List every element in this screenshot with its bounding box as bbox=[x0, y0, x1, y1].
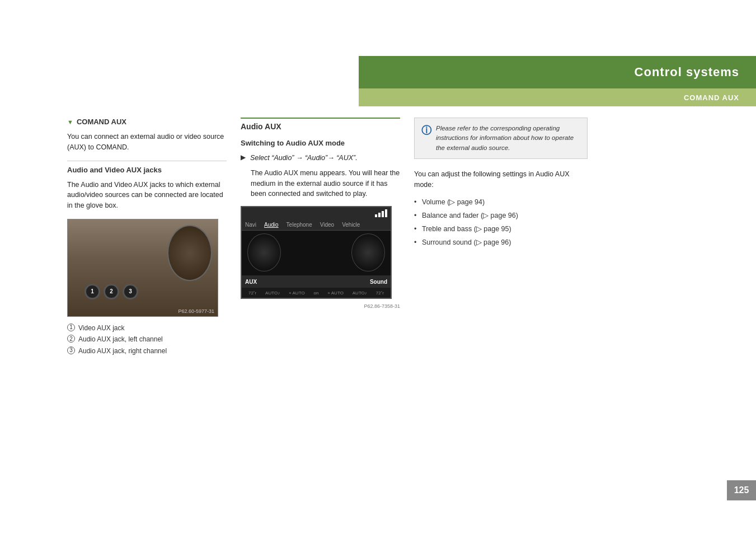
nav-navi: Navi bbox=[245, 222, 256, 228]
page-number: 125 bbox=[734, 485, 749, 495]
status-7: 72˚r bbox=[376, 291, 384, 296]
jack-num-3: 3 bbox=[67, 346, 75, 354]
jack-label-3: 3 Audio AUX jack, right channel bbox=[67, 345, 227, 357]
aux-label: AUX bbox=[245, 279, 257, 285]
nav-audio: Audio bbox=[264, 222, 279, 228]
comand-aux-heading: ▼ COMAND AUX bbox=[67, 118, 227, 126]
intro-text: You can connect an external audio or vid… bbox=[67, 132, 227, 153]
status-2: AUTO♪ bbox=[265, 291, 280, 296]
bar-1 bbox=[375, 214, 377, 217]
status-3: × AUTO bbox=[289, 291, 305, 296]
setting-balance: Balance and fader (▷ page 96) bbox=[414, 210, 588, 221]
speaker-right bbox=[351, 233, 385, 271]
aux-description: The Audio AUX menu appears. You will hea… bbox=[251, 168, 400, 199]
screen-content bbox=[242, 231, 391, 275]
screen-nav: Navi Audio Telephone Video Vehicle bbox=[242, 219, 391, 231]
screen-bottom-bar: AUX Sound bbox=[242, 275, 391, 288]
mid-column: Audio AUX Switching to Audio AUX mode ▶ … bbox=[241, 118, 400, 309]
status-6: AUTO♪ bbox=[353, 291, 367, 296]
jack-num-1: 1 bbox=[67, 324, 75, 331]
nav-vehicle: Vehicle bbox=[342, 222, 360, 228]
circle-2: 2 bbox=[104, 284, 119, 299]
circle-3: 3 bbox=[123, 284, 138, 299]
header-title: Control systems bbox=[635, 65, 739, 79]
nav-telephone: Telephone bbox=[287, 222, 312, 228]
signal-bars bbox=[375, 209, 387, 217]
bar-2 bbox=[378, 213, 381, 217]
settings-list: Volume (▷ page 94) Balance and fader (▷ … bbox=[414, 196, 588, 248]
setting-treble: Treble and bass (▷ page 95) bbox=[414, 223, 588, 235]
speaker-left bbox=[247, 233, 281, 271]
audio-aux-heading: Audio AUX bbox=[241, 118, 400, 131]
screen-mockup: Navi Audio Telephone Video Vehicle AUX S… bbox=[241, 206, 392, 299]
jack-labels: 1 Video AUX jack 2 Audio AUX jack, left … bbox=[67, 322, 227, 357]
bar-3 bbox=[382, 211, 384, 217]
jack-label-2: 2 Audio AUX jack, left channel bbox=[67, 334, 227, 345]
status-1: 72˚r bbox=[248, 291, 256, 296]
jack-circles: 1 2 3 bbox=[84, 284, 138, 299]
page-number-box: 125 bbox=[727, 480, 756, 500]
info-text: Please refer to the corresponding operat… bbox=[436, 124, 580, 153]
screen-status-bar: 72˚r AUTO♪ × AUTO on × AUTO AUTO♪ 72˚r bbox=[242, 288, 391, 298]
jack-label-1-text: Video AUX jack bbox=[78, 322, 125, 334]
screen-top-bar bbox=[242, 207, 391, 219]
audio-video-jacks-heading: Audio and Video AUX jacks bbox=[67, 161, 227, 174]
right-body-text: You can adjust the following settings in… bbox=[414, 169, 588, 190]
header-bar: Control systems bbox=[359, 56, 756, 88]
jack-label-3-text: Audio AUX jack, right channel bbox=[78, 345, 167, 357]
switching-heading: Switching to Audio AUX mode bbox=[241, 139, 400, 147]
bullet-arrow: ▶ bbox=[241, 153, 246, 163]
nav-video: Video bbox=[320, 222, 334, 228]
triangle-icon: ▼ bbox=[67, 119, 73, 125]
glove-box-image: 1 2 3 P62.60-5977-31 bbox=[67, 219, 218, 317]
glove-interior: 1 2 3 bbox=[68, 219, 218, 316]
info-box: ⓘ Please refer to the corresponding oper… bbox=[414, 118, 588, 159]
bar-4 bbox=[385, 209, 387, 217]
image-caption: P62.60-5977-31 bbox=[178, 308, 214, 314]
comand-aux-label: COMAND AUX bbox=[77, 118, 126, 126]
setting-surround: Surround sound (▷ page 96) bbox=[414, 237, 588, 248]
status-5: × AUTO bbox=[327, 291, 344, 296]
status-4: on bbox=[314, 291, 319, 296]
select-instruction-item: ▶ Select “Audio” → “Audio”→ “AUX”. bbox=[241, 153, 400, 163]
select-instruction: Select “Audio” → “Audio”→ “AUX”. bbox=[250, 153, 358, 163]
setting-volume: Volume (▷ page 94) bbox=[414, 196, 588, 208]
jack-label-2-text: Audio AUX jack, left channel bbox=[78, 334, 163, 345]
subheader-bar: COMAND AUX bbox=[359, 88, 756, 106]
screen-caption: P62.86-7358-31 bbox=[241, 303, 400, 309]
jack-num-2: 2 bbox=[67, 335, 75, 343]
circle-1: 1 bbox=[84, 284, 100, 299]
jacks-description: The Audio and Video AUX jacks to which e… bbox=[67, 180, 227, 211]
sound-label: Sound bbox=[370, 279, 387, 285]
jack-label-1: 1 Video AUX jack bbox=[67, 322, 227, 334]
left-column: ▼ COMAND AUX You can connect an external… bbox=[67, 118, 227, 357]
subheader-subtitle: COMAND AUX bbox=[684, 93, 739, 102]
info-icon: ⓘ bbox=[421, 124, 431, 153]
right-column: ⓘ Please refer to the corresponding oper… bbox=[414, 118, 588, 250]
